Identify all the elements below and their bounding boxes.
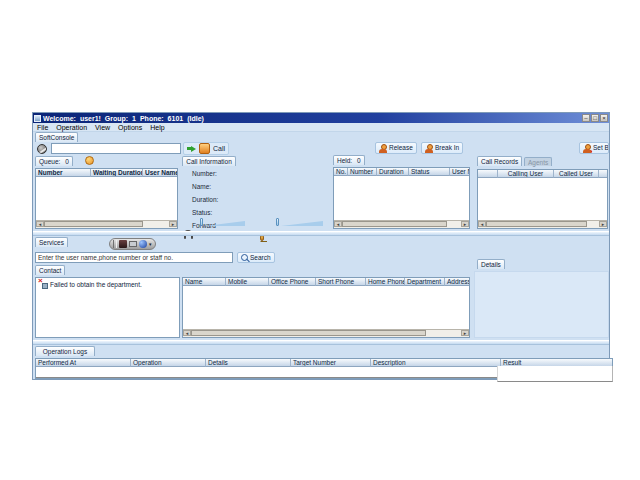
contact-col-address[interactable]: Address	[445, 278, 469, 286]
logs-col-operation[interactable]: Operation	[131, 359, 206, 367]
set-busy-person-icon	[583, 144, 591, 153]
horizontal-splitter[interactable]	[33, 231, 609, 236]
queue-table-header: Number Waiting Duration User Name	[36, 169, 177, 177]
scroll-thumb[interactable]	[342, 221, 447, 227]
logs-col-performed-at[interactable]: Performed At	[36, 359, 131, 367]
menu-item-view[interactable]: View	[91, 123, 114, 132]
queue-table-body[interactable]	[36, 177, 177, 220]
scroll-left-arrow[interactable]: ◂	[334, 221, 342, 227]
contact-search-input[interactable]	[35, 252, 233, 263]
menu-item-help[interactable]: Help	[146, 123, 168, 132]
speaker-volume-slider-thumb[interactable]	[200, 218, 203, 226]
queue-h-scrollbar[interactable]: ◂ ▸	[36, 220, 177, 228]
held-table-body[interactable]	[334, 176, 469, 220]
queue-col-number[interactable]: Number	[36, 169, 91, 177]
horizontal-splitter-bottom[interactable]	[33, 340, 609, 345]
scroll-right-arrow[interactable]: ▸	[599, 221, 607, 227]
contact-col-mobile[interactable]: Mobile	[226, 278, 269, 286]
held-col-status[interactable]: Status	[409, 168, 450, 176]
tab-services[interactable]: Services	[35, 237, 68, 247]
records-h-scrollbar[interactable]: ◂ ▸	[478, 220, 607, 228]
maximize-icon[interactable]: □	[591, 114, 599, 122]
logs-col-details[interactable]: Details	[206, 359, 291, 367]
release-button-label: Release	[389, 143, 413, 153]
contact-col-home-phone[interactable]: Home Phone	[366, 278, 405, 286]
softconsole-window: Welcome: user1! Group: 1 Phone: 6101 (Id…	[33, 113, 609, 379]
held-label: Held: 0	[333, 155, 365, 165]
logs-col-target-number[interactable]: Target Number	[291, 359, 371, 367]
mic-volume-slider-track[interactable]	[281, 221, 323, 226]
records-col-blank[interactable]	[478, 170, 498, 178]
contact-col-office-phone[interactable]: Office Phone	[269, 278, 316, 286]
call-button[interactable]: Call	[183, 142, 229, 155]
break-in-button-label: Break In	[435, 143, 459, 153]
menu-item-operation[interactable]: Operation	[52, 123, 91, 132]
scroll-right-arrow[interactable]: ▸	[461, 221, 469, 227]
scroll-left-arrow[interactable]: ◂	[183, 330, 191, 336]
contact-tree-panel[interactable]: × Failed to obtain the department.	[35, 277, 180, 338]
release-button[interactable]: Release	[375, 142, 417, 154]
set-busy-button[interactable]: Set Busy	[579, 142, 609, 154]
phone-device-icon[interactable]	[129, 241, 137, 247]
record-icon[interactable]	[119, 240, 127, 248]
department-error-icon: ×	[39, 280, 48, 289]
records-col-partial[interactable]	[599, 170, 607, 178]
minimize-icon[interactable]: –	[582, 114, 590, 122]
scroll-left-arrow[interactable]: ◂	[36, 221, 44, 227]
help-orb-icon[interactable]	[139, 240, 147, 248]
queue-col-waiting-duration[interactable]: Waiting Duration	[91, 169, 143, 177]
dial-arrow-icon	[187, 146, 196, 152]
title-bar[interactable]: Welcome: user1! Group: 1 Phone: 6101 (Id…	[33, 113, 609, 123]
held-col-duration[interactable]: Duration	[377, 168, 409, 176]
tree-item-label: Failed to obtain the department.	[50, 281, 142, 288]
records-col-called-user[interactable]: Called User	[554, 170, 599, 178]
close-icon[interactable]: ×	[600, 114, 608, 122]
toolbar-grip[interactable]	[113, 240, 117, 248]
break-in-button[interactable]: Break In	[421, 142, 463, 154]
scroll-left-arrow[interactable]: ◂	[478, 221, 486, 227]
held-h-scrollbar[interactable]: ◂ ▸	[334, 220, 469, 228]
scroll-right-arrow[interactable]: ▸	[169, 221, 177, 227]
break-in-person-icon	[425, 144, 433, 153]
contact-table-body[interactable]	[183, 286, 469, 329]
records-col-calling-user[interactable]: Calling User	[498, 170, 554, 178]
tab-agents[interactable]: Agents	[524, 157, 552, 166]
scroll-thumb[interactable]	[44, 221, 143, 227]
tab-softconsole[interactable]: SoftConsole	[35, 132, 78, 142]
contact-h-scrollbar[interactable]: ◂ ▸	[183, 329, 469, 337]
search-button[interactable]: Search	[237, 252, 275, 263]
contact-col-department[interactable]: Department	[405, 278, 445, 286]
queue-col-user-name[interactable]: User Name	[143, 169, 177, 177]
held-col-user-name[interactable]: User Name	[450, 168, 469, 176]
scroll-thumb[interactable]	[486, 221, 587, 227]
held-table-header: No. Number Duration Status User Name	[334, 168, 469, 176]
mic-volume-slider-thumb[interactable]	[276, 218, 279, 226]
queue-label-text: Queue:	[39, 158, 60, 165]
scroll-thumb[interactable]	[191, 330, 426, 336]
tab-call-records[interactable]: Call Records	[477, 156, 522, 166]
toolbar-dropdown-icon[interactable]: ▾	[149, 242, 152, 247]
scroll-right-arrow[interactable]: ▸	[461, 330, 469, 336]
app-icon	[34, 115, 41, 122]
tab-contact[interactable]: Contact	[35, 265, 65, 275]
tab-details[interactable]: Details	[477, 259, 505, 269]
call-records-table-body[interactable]	[478, 178, 607, 220]
tab-call-information[interactable]: Call Information	[182, 156, 236, 166]
held-col-no[interactable]: No.	[334, 168, 348, 176]
contact-col-name[interactable]: Name	[183, 278, 226, 286]
release-person-icon	[379, 144, 387, 153]
held-label-text: Held:	[337, 157, 352, 164]
menu-item-file[interactable]: File	[33, 123, 52, 132]
window-controls: – □ ×	[582, 114, 608, 122]
logs-col-description[interactable]: Description	[371, 359, 501, 367]
menu-item-options[interactable]: Options	[114, 123, 146, 132]
held-col-number[interactable]: Number	[348, 168, 377, 176]
tree-item-department-error[interactable]: × Failed to obtain the department.	[36, 278, 179, 289]
speaker-volume-slider-track[interactable]	[205, 221, 245, 226]
contact-col-short-phone[interactable]: Short Phone	[316, 278, 366, 286]
contact-table: Name Mobile Office Phone Short Phone Hom…	[182, 277, 470, 338]
tab-operation-logs[interactable]: Operation Logs	[35, 346, 95, 356]
dial-number-input[interactable]	[51, 143, 181, 154]
queue-alert-icon	[85, 156, 94, 165]
call-records-table-header: Calling User Called User	[478, 170, 607, 178]
